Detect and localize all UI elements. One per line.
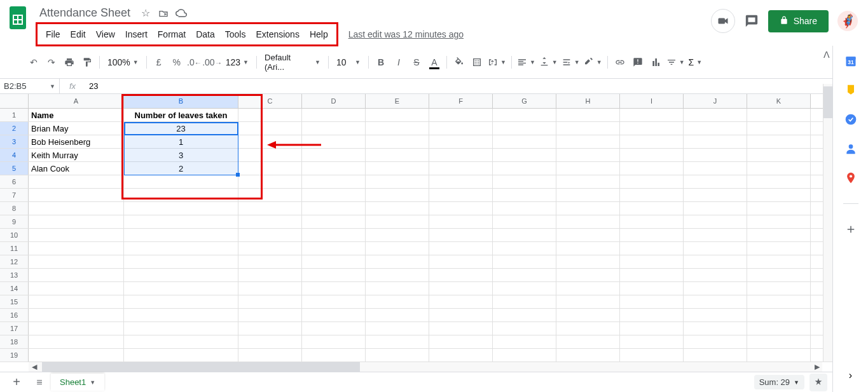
cell-E8[interactable]	[366, 202, 429, 215]
cell-C18[interactable]	[238, 335, 302, 348]
cell-C1[interactable]	[238, 109, 302, 121]
collapse-toolbar-button[interactable]: ᐱ	[823, 50, 830, 60]
cell-E11[interactable]	[366, 242, 429, 255]
cell-K8[interactable]	[747, 202, 811, 215]
chart-button[interactable]	[647, 54, 664, 71]
row-header-17[interactable]: 17	[0, 322, 29, 335]
row-header-12[interactable]: 12	[0, 255, 29, 268]
share-button[interactable]: Share	[768, 10, 829, 32]
cell-E5[interactable]	[366, 162, 429, 175]
cell-J18[interactable]	[684, 335, 747, 348]
cell-E18[interactable]	[366, 335, 429, 348]
cell-K9[interactable]	[747, 215, 811, 228]
scroll-right-button[interactable]: ▶	[811, 363, 822, 371]
col-header-A[interactable]: A	[29, 94, 124, 108]
cell-I12[interactable]	[620, 255, 684, 268]
cell-F13[interactable]	[429, 269, 493, 281]
sheets-logo[interactable]	[5, 5, 31, 30]
cell-G9[interactable]	[493, 215, 556, 228]
cell-I9[interactable]	[620, 215, 684, 228]
cell-E7[interactable]	[366, 189, 429, 201]
cell-E12[interactable]	[366, 255, 429, 268]
cell-C9[interactable]	[238, 215, 302, 228]
cell-A1[interactable]: Name	[29, 109, 124, 121]
cell-F19[interactable]	[429, 349, 493, 362]
row-header-6[interactable]: 6	[0, 175, 29, 188]
sum-box[interactable]: Sum: 29 ▼	[754, 375, 804, 389]
cell-K4[interactable]	[747, 149, 811, 161]
row-header-19[interactable]: 19	[0, 349, 29, 362]
cell-G14[interactable]	[493, 282, 556, 295]
cell-H12[interactable]	[556, 255, 620, 268]
cell-J19[interactable]	[684, 349, 747, 362]
cell-C16[interactable]	[238, 309, 302, 321]
account-avatar[interactable]: 🦸‍♀️	[837, 11, 858, 31]
menu-help[interactable]: Help	[305, 27, 333, 42]
cell-F5[interactable]	[429, 162, 493, 175]
cell-K18[interactable]	[747, 335, 811, 348]
cell-J14[interactable]	[684, 282, 747, 295]
cell-J7[interactable]	[684, 189, 747, 201]
cell-D2[interactable]	[302, 122, 366, 135]
cell-I5[interactable]	[620, 162, 684, 175]
v-scroll-thumb[interactable]	[823, 86, 832, 118]
cell-F11[interactable]	[429, 242, 493, 255]
cell-J9[interactable]	[684, 215, 747, 228]
cell-H5[interactable]	[556, 162, 620, 175]
cell-D17[interactable]	[302, 322, 366, 335]
cell-G5[interactable]	[493, 162, 556, 175]
cell-B9[interactable]	[124, 215, 238, 228]
cell-F15[interactable]	[429, 295, 493, 308]
cell-K1[interactable]	[747, 109, 811, 121]
cell-A4[interactable]: Keith Murray	[29, 149, 124, 161]
redo-button[interactable]: ↷	[43, 54, 60, 71]
cell-K19[interactable]	[747, 349, 811, 362]
cell-H11[interactable]	[556, 242, 620, 255]
cell-H1[interactable]	[556, 109, 620, 121]
cell-D9[interactable]	[302, 215, 366, 228]
cell-C13[interactable]	[238, 269, 302, 281]
cell-G16[interactable]	[493, 309, 556, 321]
cell-B18[interactable]	[124, 335, 238, 348]
italic-button[interactable]: I	[390, 54, 407, 71]
cell-C17[interactable]	[238, 322, 302, 335]
decrease-decimal-button[interactable]: .0←	[186, 54, 203, 71]
cell-J6[interactable]	[684, 175, 747, 188]
cell-C10[interactable]	[238, 229, 302, 241]
cell-I19[interactable]	[620, 349, 684, 362]
cell-F14[interactable]	[429, 282, 493, 295]
cell-J13[interactable]	[684, 269, 747, 281]
rotate-dropdown[interactable]: ▼	[582, 56, 603, 69]
cell-F8[interactable]	[429, 202, 493, 215]
sheet-tab-active[interactable]: Sheet1 ▼	[51, 374, 104, 391]
strikethrough-button[interactable]: S	[408, 54, 425, 71]
cell-J5[interactable]	[684, 162, 747, 175]
row-header-1[interactable]: 1	[0, 109, 29, 121]
cell-D7[interactable]	[302, 189, 366, 201]
cell-D10[interactable]	[302, 229, 366, 241]
name-box[interactable]: B2:B5 ▼	[0, 79, 60, 93]
cell-I3[interactable]	[620, 135, 684, 148]
cell-F17[interactable]	[429, 322, 493, 335]
cell-A6[interactable]	[29, 175, 124, 188]
row-header-18[interactable]: 18	[0, 335, 29, 348]
row-header-4[interactable]: 4	[0, 149, 29, 161]
functions-dropdown[interactable]: Σ▼	[687, 56, 704, 69]
merge-cells-dropdown[interactable]: ▼	[486, 56, 507, 69]
menu-tools[interactable]: Tools	[221, 27, 251, 42]
increase-decimal-button[interactable]: .00→	[204, 54, 221, 71]
col-header-K[interactable]: K	[747, 94, 811, 108]
fill-color-button[interactable]	[451, 54, 467, 71]
cell-C6[interactable]	[238, 175, 302, 188]
cell-G8[interactable]	[493, 202, 556, 215]
paint-format-button[interactable]	[79, 54, 95, 71]
row-header-2[interactable]: 2	[0, 122, 29, 135]
cell-I7[interactable]	[620, 189, 684, 201]
bold-button[interactable]: B	[373, 54, 389, 71]
cell-D16[interactable]	[302, 309, 366, 321]
h-align-dropdown[interactable]: ▼	[516, 56, 537, 69]
cell-B15[interactable]	[124, 295, 238, 308]
col-header-C[interactable]: C	[238, 94, 302, 108]
contacts-icon[interactable]	[844, 142, 857, 155]
cell-E14[interactable]	[366, 282, 429, 295]
